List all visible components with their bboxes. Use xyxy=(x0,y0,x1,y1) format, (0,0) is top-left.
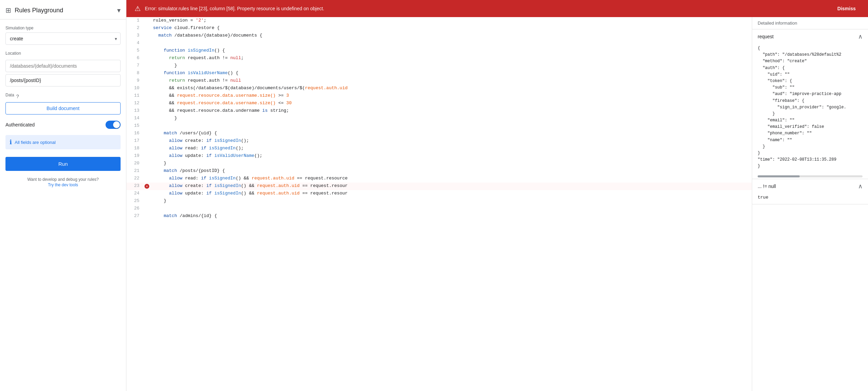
line-number: 17 xyxy=(126,137,143,145)
line-content: } xyxy=(150,198,752,205)
info-banner-text: All fields are optional xyxy=(15,140,56,145)
tune-icon: ⊞ xyxy=(5,6,11,14)
run-button[interactable]: Run xyxy=(5,157,121,171)
code-line: 7 } xyxy=(126,62,752,70)
scrollbar-track xyxy=(758,175,863,177)
auth-toggle[interactable] xyxy=(106,121,121,129)
line-number: 3 xyxy=(126,32,143,40)
code-line: 2service cloud.firestore { xyxy=(126,25,752,32)
line-content: } xyxy=(150,160,752,167)
line-content: && exists(/databases/$(database)/documen… xyxy=(150,85,752,92)
bool-chevron-up-icon[interactable]: ∧ xyxy=(858,183,863,190)
line-content: function isValidUserName() { xyxy=(150,70,752,77)
line-number: 16 xyxy=(126,130,143,137)
data-label: Data xyxy=(5,93,14,97)
bool-section-header[interactable]: ... != null ∧ xyxy=(752,179,868,193)
code-line: 24 allow update: if isSignedIn() && requ… xyxy=(126,190,752,198)
line-number: 26 xyxy=(126,205,143,213)
dev-tools-link[interactable]: Try the dev tools xyxy=(5,183,121,187)
line-number: 6 xyxy=(126,55,143,62)
code-line: 11 && request.resource.data.username.siz… xyxy=(126,92,752,100)
data-section: Data ? Build document xyxy=(5,93,121,114)
code-editor[interactable]: 1rules_version = '2';2service cloud.fire… xyxy=(126,17,752,391)
auth-label: Authenticated xyxy=(5,122,35,127)
line-number: 11 xyxy=(126,92,143,100)
chevron-down-icon[interactable]: ▾ xyxy=(117,6,121,14)
sidebar: ⊞ Rules Playground ▾ Simulation type cre… xyxy=(0,0,126,391)
error-indicator xyxy=(143,205,150,213)
error-indicator xyxy=(143,115,150,122)
simulation-type-select[interactable]: create read update delete xyxy=(5,32,121,45)
request-section-body: { "path": "/databases/%28default%2 "meth… xyxy=(752,44,868,174)
bool-section: ... != null ∧ true xyxy=(752,179,868,204)
error-indicator xyxy=(143,160,150,167)
code-line: 14 } xyxy=(126,115,752,122)
code-line: 13 && request.resource.data.undername is… xyxy=(126,107,752,115)
sidebar-title: Rules Playground xyxy=(15,7,63,14)
error-indicator xyxy=(143,32,150,40)
error-banner: ⚠ Error: simulator.rules line [23], colu… xyxy=(126,0,868,17)
line-content xyxy=(150,40,752,47)
code-line: 4 xyxy=(126,40,752,47)
error-indicator xyxy=(143,55,150,62)
code-line: 5 function isSignedIn() { xyxy=(126,47,752,55)
line-content: return request.auth != null xyxy=(150,77,752,85)
line-number: 23 xyxy=(126,183,143,190)
line-number: 2 xyxy=(126,25,143,32)
line-number: 5 xyxy=(126,47,143,55)
request-section: request ∧ { "path": "/databases/%28defau… xyxy=(752,29,868,179)
line-number: 22 xyxy=(126,175,143,183)
bool-section-title: ... != null xyxy=(758,184,776,189)
bool-section-value: true xyxy=(752,193,868,204)
build-document-button[interactable]: Build document xyxy=(5,102,121,114)
code-line: 22 allow read: if isSignedIn() && reques… xyxy=(126,175,752,183)
line-number: 24 xyxy=(126,190,143,198)
error-indicator xyxy=(143,107,150,115)
dismiss-button[interactable]: Dismiss xyxy=(833,4,860,13)
line-number: 4 xyxy=(126,40,143,47)
error-indicator xyxy=(143,62,150,70)
line-content: service cloud.firestore { xyxy=(150,25,752,32)
code-line: 10 && exists(/databases/$(database)/docu… xyxy=(126,85,752,92)
auth-section: Authenticated xyxy=(5,121,121,129)
error-indicator xyxy=(143,167,150,175)
line-content: match /users/{uid} { xyxy=(150,130,752,137)
line-number: 20 xyxy=(126,160,143,167)
line-content: && request.resource.data.username.size()… xyxy=(150,92,752,100)
line-content: && request.resource.data.undername is st… xyxy=(150,107,752,115)
line-content: rules_version = '2'; xyxy=(150,17,752,25)
error-dot-icon: ✕ xyxy=(144,184,149,189)
dev-tools-text: Want to develop and debug your rules? xyxy=(5,177,121,182)
error-indicator xyxy=(143,198,150,205)
sidebar-header: ⊞ Rules Playground ▾ xyxy=(0,0,126,19)
location-value-input[interactable] xyxy=(5,74,121,86)
error-indicator xyxy=(143,47,150,55)
panels: 1rules_version = '2';2service cloud.fire… xyxy=(126,17,868,391)
error-indicator xyxy=(143,100,150,107)
error-indicator xyxy=(143,190,150,198)
line-content: function isSignedIn() { xyxy=(150,47,752,55)
error-indicator xyxy=(143,25,150,32)
error-indicator xyxy=(143,77,150,85)
error-text: Error: simulator.rules line [23], column… xyxy=(145,6,324,11)
help-icon[interactable]: ? xyxy=(16,93,19,99)
error-indicator xyxy=(143,213,150,220)
code-line: 9 return request.auth != null xyxy=(126,77,752,85)
location-placeholder-input[interactable] xyxy=(5,60,121,72)
data-label-row: Data ? xyxy=(5,93,121,99)
line-content xyxy=(150,205,752,213)
code-line: 15 xyxy=(126,122,752,130)
error-indicator xyxy=(143,130,150,137)
info-banner: ℹ All fields are optional xyxy=(5,135,121,149)
error-indicator xyxy=(143,92,150,100)
line-content: allow read: if isSignedIn() && request.a… xyxy=(150,175,752,183)
code-line: 19 allow update: if isValidUserName(); xyxy=(126,152,752,160)
request-chevron-up-icon[interactable]: ∧ xyxy=(858,33,863,40)
request-section-header[interactable]: request ∧ xyxy=(752,29,868,44)
line-number: 27 xyxy=(126,213,143,220)
line-content: && request.resource.data.username.size()… xyxy=(150,100,752,107)
error-indicator xyxy=(143,145,150,152)
code-line: 17 allow create: if isSignedIn(); xyxy=(126,137,752,145)
error-indicator: ✕ xyxy=(143,183,150,190)
code-line: 16 match /users/{uid} { xyxy=(126,130,752,137)
